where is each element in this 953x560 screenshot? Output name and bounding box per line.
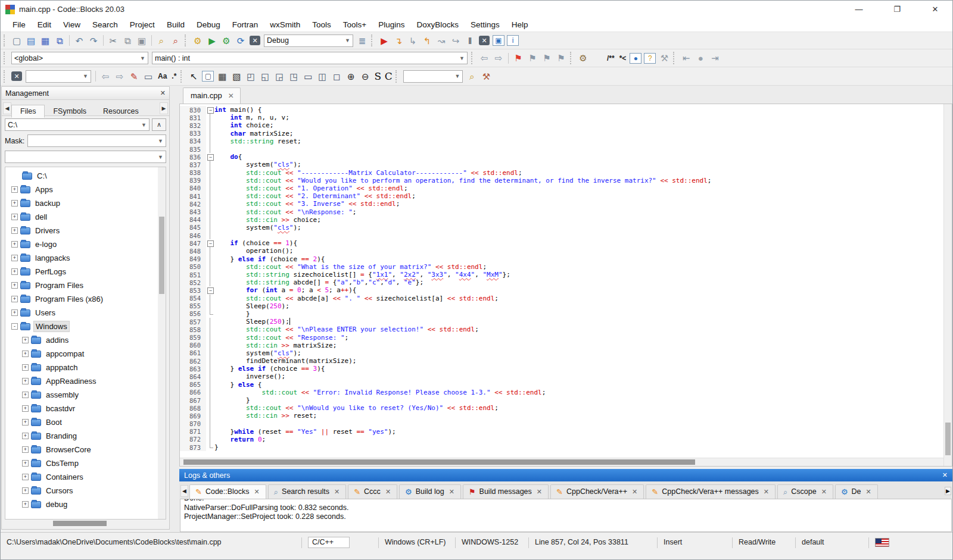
menu-item-search[interactable]: Search <box>86 20 124 29</box>
expand-icon[interactable]: + <box>22 378 29 384</box>
fold-marker-icon[interactable] <box>206 239 214 247</box>
management-tab-fsymbols[interactable]: FSymbols <box>45 105 95 117</box>
code-line-858[interactable]: 858 std::cout << "\nPlease ENTER your se… <box>180 326 943 333</box>
replace-icon[interactable]: ⌕ <box>169 34 183 47</box>
expand-icon[interactable]: + <box>22 419 29 426</box>
code-line-861[interactable]: 861 system("cls"); <box>180 349 943 357</box>
toolbar-grip[interactable] <box>4 35 7 46</box>
menu-item-plugins[interactable]: Plugins <box>372 20 410 29</box>
tabs-scroll-right-icon[interactable]: ▶ <box>160 102 168 114</box>
tree-item-apps[interactable]: +Apps <box>5 183 158 196</box>
goto-back-icon[interactable]: ⇦ <box>477 52 491 65</box>
tree-item-debug[interactable]: +debug <box>5 498 158 511</box>
expand-icon[interactable]: + <box>22 364 29 371</box>
menu-item-fortran[interactable]: Fortran <box>226 20 264 29</box>
close-button[interactable]: ✕ <box>929 5 942 14</box>
next-line-icon[interactable]: ↴ <box>391 34 406 47</box>
source-letter-icon[interactable]: S <box>372 70 383 83</box>
find-icon[interactable]: ⌕ <box>154 34 169 47</box>
tree-item-dell[interactable]: +dell <box>5 210 158 224</box>
menu-item-project[interactable]: Project <box>124 20 161 29</box>
code-line-840[interactable]: 840 std::cout << "1. Operation" << std::… <box>180 184 943 192</box>
editor-tab-main-cpp[interactable]: main.cpp ✕ <box>183 87 241 104</box>
build-target-select[interactable]: Debug ▼ <box>264 35 353 47</box>
toolbar-grip[interactable] <box>395 70 398 83</box>
scrollbar-thumb[interactable] <box>945 423 951 455</box>
close-icon[interactable]: ✕ <box>334 488 340 496</box>
code-line-838[interactable]: 838 std::cout << "------------Matrix Cal… <box>180 169 943 177</box>
tree-item-browsercore[interactable]: +BrowserCore <box>5 443 158 456</box>
clear-search-icon[interactable]: ✕ <box>11 71 22 81</box>
code-line-872[interactable]: 872 return 0; <box>180 436 943 443</box>
cut-icon[interactable]: ✂ <box>106 34 120 47</box>
log-tab-build-log[interactable]: ⚙Build log✕ <box>399 484 461 499</box>
symbol-select[interactable]: main() : int ▼ <box>152 52 468 64</box>
search-options-wrench-icon[interactable]: ⚒ <box>479 70 493 83</box>
menu-item-file[interactable]: File <box>7 20 32 29</box>
tree-item-addins[interactable]: +addins <box>5 333 158 347</box>
menu-item-view[interactable]: View <box>57 20 86 29</box>
expand-icon[interactable]: + <box>22 446 29 453</box>
thread-search-input[interactable]: ▼ <box>403 70 463 83</box>
build-icon[interactable]: ⚙ <box>191 34 205 47</box>
goto-forward-icon[interactable]: ⇨ <box>491 52 506 65</box>
menu-item-debug[interactable]: Debug <box>191 20 226 29</box>
wxs-spacer1-icon[interactable]: ▭ <box>301 70 315 83</box>
expand-icon[interactable]: + <box>22 474 29 480</box>
log-tab-cppcheck-vera-messages[interactable]: ✎CppCheck/Vera++ messages✕ <box>646 484 776 499</box>
close-icon[interactable]: ✕ <box>632 488 637 496</box>
expand-icon[interactable]: + <box>22 487 29 494</box>
expand-icon[interactable]: + <box>22 351 29 357</box>
tree-item-program-files-x86-[interactable]: +Program Files (x86) <box>5 292 158 306</box>
editor-horizontal-scrollbar[interactable] <box>180 458 943 466</box>
paste-icon[interactable]: ▣ <box>135 34 149 47</box>
wxs-spacer3-icon[interactable]: ◻ <box>329 70 344 83</box>
rebuild-icon[interactable]: ⟳ <box>233 34 248 47</box>
code-line-849[interactable]: 849 } else if (choice == 2){ <box>180 255 943 263</box>
step-into-icon[interactable]: ↳ <box>406 34 420 47</box>
code-line-850[interactable]: 850 std::cout << "What is the size of yo… <box>180 263 943 271</box>
expand-icon[interactable]: + <box>11 241 18 248</box>
save-file-icon[interactable]: ▦ <box>38 34 52 47</box>
wxs-frame-icon[interactable]: ▢ <box>202 71 214 82</box>
fold-marker-icon[interactable] <box>206 153 214 161</box>
tree-item-e-logo[interactable]: +e-logo <box>5 237 158 251</box>
code-line-857[interactable]: 857 Sleep(250); <box>180 318 943 326</box>
code-line-862[interactable]: 862 findDeterminant(matrixSize); <box>180 357 943 365</box>
menu-item-build[interactable]: Build <box>161 20 191 29</box>
expand-icon[interactable]: + <box>22 405 29 412</box>
zoom-out-icon[interactable]: ⊖ <box>358 70 372 83</box>
expand-icon[interactable]: + <box>11 227 18 234</box>
code-line-835[interactable]: 835 <box>180 145 943 153</box>
code-line-843[interactable]: 843 std::cout << "\nResponse: "; <box>180 208 943 215</box>
code-line-831[interactable]: 831 int m, n, u, v; <box>180 114 943 121</box>
log-tab-build-messages[interactable]: ⚑Build messages✕ <box>463 484 549 499</box>
logs-tabs-scroll-right-icon[interactable]: ▶ <box>945 487 951 495</box>
tree-item-assembly[interactable]: +assembly <box>5 388 158 402</box>
step-out-icon[interactable]: ↰ <box>420 34 434 47</box>
tree-item-users[interactable]: +Users <box>5 306 158 320</box>
code-line-848[interactable]: 848 operation(); <box>180 247 943 255</box>
code-line-860[interactable]: 860 std::cin >> matrixSize; <box>180 342 943 349</box>
keyboard-layout-flag-icon[interactable] <box>875 538 889 547</box>
doxyblocks-logo-icon[interactable] <box>593 54 602 62</box>
code-line-844[interactable]: 844 std::cin >> choice; <box>180 216 943 224</box>
close-icon[interactable]: ✕ <box>254 488 260 496</box>
code-line-834[interactable]: 834 std::string reset; <box>180 137 943 145</box>
toggle-bookmark-icon[interactable]: ⚑ <box>511 52 525 65</box>
tree-item-perflogs[interactable]: +PerfLogs <box>5 265 158 279</box>
wxs-sizer3-icon[interactable]: ◲ <box>272 70 286 83</box>
tree-item-apppatch[interactable]: +apppatch <box>5 361 158 374</box>
redo-icon[interactable]: ↷ <box>86 34 101 47</box>
menu-item-settings[interactable]: Settings <box>465 20 506 29</box>
arrow-back-icon[interactable]: ⇦ <box>98 70 113 83</box>
wxs-sizer1-icon[interactable]: ◰ <box>244 70 258 83</box>
code-line-841[interactable]: 841 std::cout << "2. Determinant" << std… <box>180 192 943 200</box>
log-tab-cccc[interactable]: ✎Cccc✕ <box>348 484 397 499</box>
log-tab-cppcheck-vera-[interactable]: ✎CppCheck/Vera++✕ <box>550 484 644 499</box>
zoom-in-icon[interactable]: ⊕ <box>344 70 358 83</box>
wxs-sizer4-icon[interactable]: ◳ <box>286 70 301 83</box>
menu-item-doxyblocks[interactable]: DoxyBlocks <box>410 20 465 29</box>
toolbar-grip[interactable] <box>371 35 374 46</box>
code-line-867[interactable]: 867 } <box>180 396 943 404</box>
